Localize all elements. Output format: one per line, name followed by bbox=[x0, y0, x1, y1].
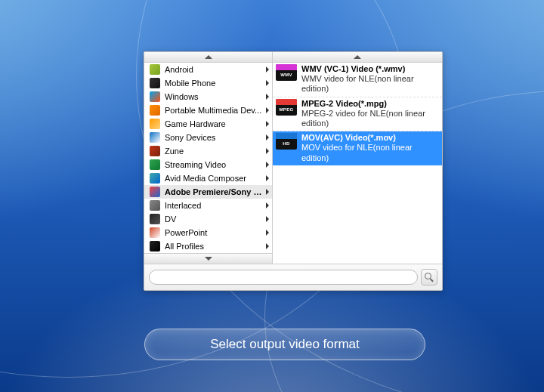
format-desc: MPEG-2 video for NLE(non linear edition) bbox=[301, 109, 439, 128]
chevron-right-icon bbox=[266, 175, 269, 181]
category-item[interactable]: Avid Media Composer bbox=[144, 171, 272, 185]
category-item[interactable]: Android bbox=[144, 63, 272, 76]
category-item[interactable]: Sony Devices bbox=[144, 131, 272, 144]
category-label: Mobile Phone bbox=[165, 79, 263, 88]
chevron-right-icon bbox=[266, 66, 269, 73]
category-label: Interlaced bbox=[165, 201, 263, 210]
chevron-right-icon bbox=[266, 80, 269, 86]
format-scroll-up[interactable] bbox=[273, 52, 442, 63]
format-thumb-icon: MPEG bbox=[276, 99, 297, 116]
category-label: PowerPoint bbox=[165, 228, 263, 237]
ppt-icon bbox=[149, 227, 161, 239]
allprofiles-icon bbox=[149, 240, 161, 252]
format-item[interactable]: HDMOV(AVC) Video(*.mov)MOV video for NLE… bbox=[273, 131, 442, 165]
chevron-right-icon bbox=[266, 189, 269, 195]
interlaced-icon bbox=[149, 199, 161, 211]
windows-icon bbox=[149, 91, 161, 103]
category-label: Adobe Premiere/Sony V... bbox=[165, 187, 263, 196]
dv-icon bbox=[149, 213, 161, 225]
format-desc: MOV video for NLE(non linear edition) bbox=[301, 143, 439, 162]
android-icon bbox=[149, 63, 161, 76]
select-output-format-button[interactable]: Select output video format bbox=[144, 329, 425, 360]
category-item[interactable]: All Profiles bbox=[144, 239, 272, 253]
adobe-icon bbox=[149, 186, 161, 198]
category-item[interactable]: Adobe Premiere/Sony V... bbox=[144, 185, 272, 199]
chevron-right-icon bbox=[266, 216, 269, 222]
search-bar bbox=[144, 264, 442, 290]
category-item[interactable]: Game Hardware bbox=[144, 117, 272, 131]
category-scroll-down[interactable] bbox=[144, 253, 272, 264]
sony-icon bbox=[149, 131, 161, 144]
chevron-right-icon bbox=[266, 202, 269, 208]
game-icon bbox=[149, 118, 161, 130]
category-list: AndroidMobile PhoneWindowsPortable Multi… bbox=[144, 63, 272, 253]
category-label: Sony Devices bbox=[165, 133, 263, 142]
chevron-right-icon bbox=[266, 148, 269, 154]
chevron-right-icon bbox=[266, 230, 269, 236]
category-column: AndroidMobile PhoneWindowsPortable Multi… bbox=[144, 52, 273, 264]
category-item[interactable]: Zune bbox=[144, 144, 272, 158]
category-label: Avid Media Composer bbox=[165, 174, 263, 183]
format-title: WMV (VC-1) Video (*.wmv) bbox=[301, 64, 439, 74]
triangle-up-icon bbox=[354, 55, 361, 59]
category-label: DV bbox=[165, 215, 263, 224]
stream-icon bbox=[149, 159, 161, 171]
search-button[interactable] bbox=[421, 269, 437, 286]
category-item[interactable]: Mobile Phone bbox=[144, 76, 272, 90]
zune-icon bbox=[149, 145, 161, 157]
category-label: All Profiles bbox=[165, 242, 263, 251]
format-picker-panel: AndroidMobile PhoneWindowsPortable Multi… bbox=[144, 51, 443, 291]
format-desc: WMV video for NLE(non linear edition) bbox=[301, 74, 439, 94]
pmd-icon bbox=[149, 104, 161, 116]
search-icon bbox=[425, 273, 434, 282]
category-scroll-up[interactable] bbox=[144, 52, 272, 63]
category-label: Windows bbox=[165, 92, 263, 101]
category-item[interactable]: Windows bbox=[144, 90, 272, 103]
format-column: WMVWMV (VC-1) Video (*.wmv)WMV video for… bbox=[273, 52, 442, 264]
format-list: WMVWMV (VC-1) Video (*.wmv)WMV video for… bbox=[273, 63, 442, 165]
chevron-right-icon bbox=[266, 121, 269, 127]
format-item[interactable]: WMVWMV (VC-1) Video (*.wmv)WMV video for… bbox=[273, 63, 442, 97]
category-label: Portable Multimedia Dev... bbox=[165, 106, 263, 115]
chevron-right-icon bbox=[266, 134, 269, 140]
category-label: Streaming Video bbox=[165, 160, 263, 169]
category-label: Android bbox=[165, 65, 263, 74]
triangle-up-icon bbox=[205, 55, 212, 59]
chevron-right-icon bbox=[266, 94, 269, 100]
category-item[interactable]: DV bbox=[144, 212, 272, 226]
chevron-right-icon bbox=[266, 243, 269, 249]
phone-icon bbox=[149, 77, 161, 89]
chevron-right-icon bbox=[266, 162, 269, 168]
category-label: Game Hardware bbox=[165, 119, 263, 128]
format-item[interactable]: MPEGMPEG-2 Video(*.mpg)MPEG-2 video for … bbox=[273, 97, 442, 132]
category-item[interactable]: Streaming Video bbox=[144, 158, 272, 171]
search-input[interactable] bbox=[149, 270, 418, 285]
chevron-right-icon bbox=[266, 107, 269, 113]
category-item[interactable]: Portable Multimedia Dev... bbox=[144, 103, 272, 117]
avid-icon bbox=[149, 172, 161, 184]
category-label: Zune bbox=[165, 147, 263, 156]
triangle-down-icon bbox=[205, 257, 212, 261]
format-title: MOV(AVC) Video(*.mov) bbox=[301, 133, 439, 143]
category-item[interactable]: Interlaced bbox=[144, 199, 272, 212]
format-thumb-icon: HD bbox=[276, 133, 297, 150]
category-item[interactable]: PowerPoint bbox=[144, 226, 272, 239]
format-thumb-icon: WMV bbox=[276, 64, 297, 81]
cta-label: Select output video format bbox=[210, 337, 360, 352]
format-title: MPEG-2 Video(*.mpg) bbox=[301, 99, 439, 109]
